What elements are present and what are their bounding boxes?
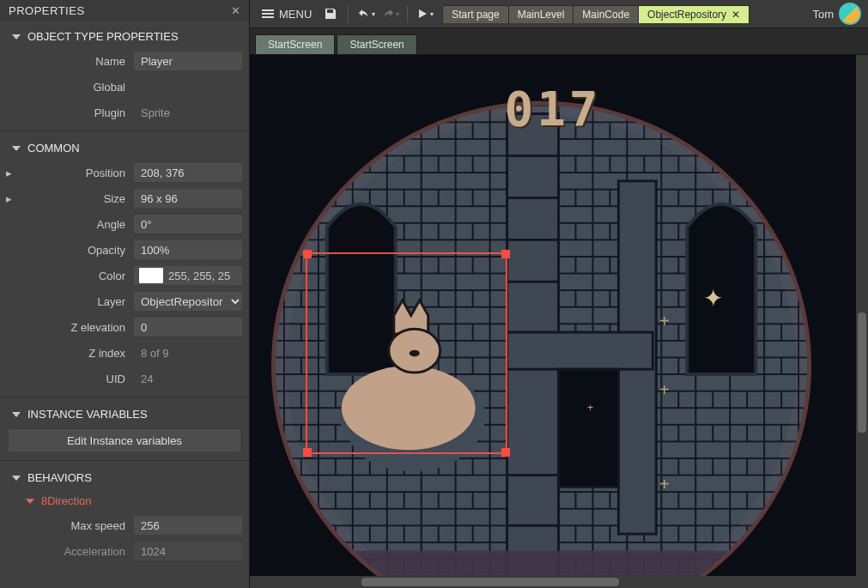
section-label: OBJECT TYPE PROPERTIES	[27, 30, 179, 43]
opacity-input[interactable]	[134, 240, 242, 259]
chevron-down-icon	[26, 499, 34, 504]
undo-icon[interactable]: ▾	[355, 3, 376, 24]
behavior-label: 8Direction	[41, 494, 92, 507]
section-object-type[interactable]: OBJECT TYPE PROPERTIES	[0, 25, 249, 48]
document-tabs: Start page MainLevel MainCode ObjectRepo…	[442, 5, 749, 23]
svg-rect-17	[507, 332, 653, 369]
color-field[interactable]: 255, 255, 25	[134, 266, 242, 285]
prop-color: Color 255, 255, 25	[0, 263, 249, 288]
label: Color	[14, 270, 134, 282]
user-menu[interactable]: Tom	[812, 3, 861, 25]
label: Name	[14, 55, 134, 68]
subtab-startscreen-2[interactable]: StartScreen	[337, 34, 416, 54]
chevron-right-icon[interactable]: ▸	[3, 167, 14, 179]
plus-icon: +	[659, 381, 670, 398]
tab-maincode[interactable]: MainCode	[573, 5, 639, 23]
section-instance-vars[interactable]: INSTANCE VARIABLES	[0, 403, 249, 426]
plugin-value: Sprite	[134, 106, 170, 119]
prop-accel: Acceleration	[0, 538, 249, 564]
accel-input[interactable]	[134, 542, 242, 561]
label: Position	[14, 167, 134, 179]
star-icon: ✦	[703, 287, 723, 311]
menu-button[interactable]: MENU	[257, 6, 317, 22]
maxspeed-input[interactable]	[134, 516, 242, 535]
behavior-8direction[interactable]: 8Direction	[0, 489, 249, 512]
save-icon[interactable]	[320, 3, 341, 24]
resize-handle-ne[interactable]	[501, 250, 510, 258]
label: Angle	[14, 218, 134, 231]
app-root: PROPERTIES ✕ OBJECT TYPE PROPERTIES Name…	[0, 0, 868, 588]
color-swatch[interactable]	[139, 268, 163, 283]
label: Max speed	[14, 519, 134, 532]
label: Opacity	[14, 244, 134, 257]
section-label: BEHAVIORS	[27, 471, 92, 484]
chevron-down-icon	[12, 146, 21, 151]
prop-name: Name	[0, 48, 249, 74]
plus-icon: +	[587, 403, 593, 413]
section-common[interactable]: COMMON	[0, 136, 249, 160]
label: Acceleration	[14, 545, 134, 558]
prop-uid: UID 24	[0, 366, 249, 391]
section-behaviors[interactable]: BEHAVIORS	[0, 466, 249, 489]
color-value: 255, 255, 25	[168, 270, 230, 282]
resize-handle-sw[interactable]	[303, 448, 312, 457]
edit-instance-vars-button[interactable]: Edit Instance variables	[9, 429, 240, 452]
chevron-down-icon	[12, 34, 21, 39]
name-input[interactable]	[134, 52, 242, 70]
uid-value: 24	[134, 373, 153, 385]
tab-objectrepository[interactable]: ObjectRepository ✕	[638, 5, 750, 23]
label: Plugin	[14, 106, 134, 119]
panel-titlebar: PROPERTIES ✕	[0, 0, 249, 21]
prop-opacity: Opacity	[0, 237, 249, 263]
prop-zindex: Z index 8 of 9	[0, 340, 249, 366]
section-label: COMMON	[27, 142, 80, 155]
plus-icon: +	[659, 476, 670, 493]
chevron-down-icon	[12, 476, 21, 481]
panel-body: OBJECT TYPE PROPERTIES Name Global Plugi…	[0, 21, 249, 588]
label: Global	[14, 81, 134, 94]
label: Size	[14, 192, 134, 205]
size-input[interactable]	[134, 189, 242, 208]
layout-tabs: StartScreen StartScreen	[250, 28, 868, 55]
layout-viewport[interactable]: 017 ✦ + + + +	[250, 55, 856, 576]
selection-box[interactable]	[306, 252, 507, 454]
prop-plugin: Plugin Sprite	[0, 100, 249, 125]
prop-angle: Angle	[0, 211, 249, 237]
zelev-input[interactable]	[134, 318, 242, 336]
prop-global: Global	[0, 74, 249, 100]
resize-handle-nw[interactable]	[303, 250, 312, 258]
close-icon[interactable]: ✕	[231, 4, 241, 17]
label: Z index	[14, 347, 134, 360]
vertical-scrollbar[interactable]	[856, 55, 868, 576]
chevron-right-icon[interactable]: ▸	[3, 192, 14, 205]
horizontal-scrollbar[interactable]	[250, 576, 868, 588]
layer-select[interactable]: ObjectRepositor	[134, 292, 242, 311]
main-area: MENU ▾ ▾ ▾ Start page MainLevel MainCode…	[250, 0, 868, 588]
zindex-value: 8 of 9	[134, 347, 169, 360]
menu-label: MENU	[279, 8, 312, 21]
label: Z elevation	[14, 321, 134, 334]
panel-title-text: PROPERTIES	[9, 4, 85, 17]
scrollbar-thumb[interactable]	[858, 312, 866, 433]
chevron-down-icon	[12, 412, 21, 417]
svg-rect-18	[558, 369, 618, 487]
play-icon[interactable]: ▾	[415, 3, 435, 24]
close-icon[interactable]: ✕	[731, 9, 740, 21]
angle-input[interactable]	[134, 215, 242, 233]
label: UID	[14, 373, 134, 385]
viewport-wrap: 017 ✦ + + + +	[250, 55, 868, 576]
resize-handle-se[interactable]	[501, 448, 510, 457]
scrollbar-thumb[interactable]	[361, 578, 619, 586]
prop-zelev: Z elevation	[0, 314, 249, 340]
prop-layer: Layer ObjectRepositor	[0, 288, 249, 314]
tab-start-page[interactable]: Start page	[442, 5, 508, 23]
properties-panel: PROPERTIES ✕ OBJECT TYPE PROPERTIES Name…	[0, 0, 250, 588]
plus-icon: +	[659, 312, 670, 330]
tab-mainlevel[interactable]: MainLevel	[508, 5, 574, 23]
subtab-startscreen-1[interactable]: StartScreen	[255, 34, 335, 54]
avatar	[839, 3, 861, 25]
position-input[interactable]	[134, 163, 242, 182]
prop-size: ▸ Size	[0, 185, 249, 211]
hamburger-icon	[262, 9, 274, 18]
toolbar: MENU ▾ ▾ ▾ Start page MainLevel MainCode…	[250, 0, 868, 28]
